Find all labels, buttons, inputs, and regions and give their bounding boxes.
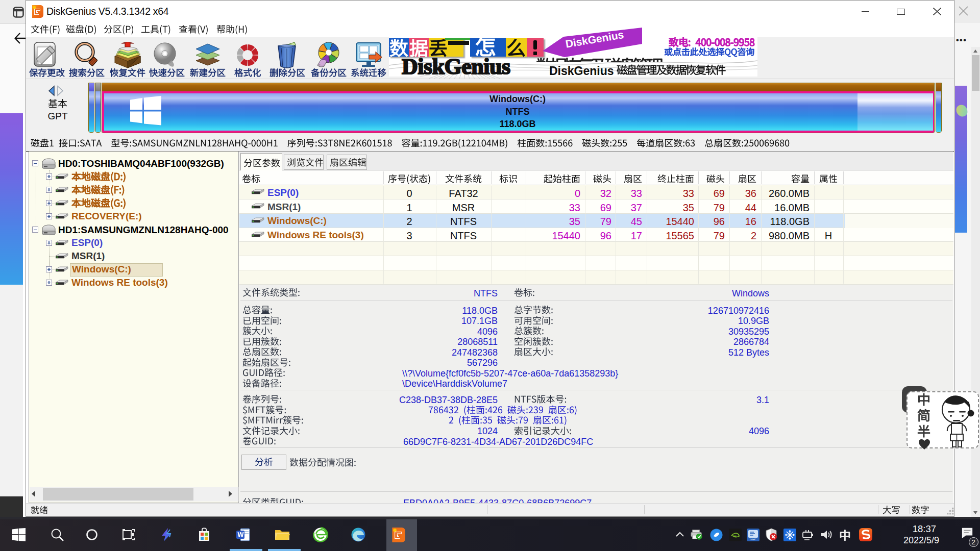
svg-text:intel: intel: [750, 538, 755, 541]
